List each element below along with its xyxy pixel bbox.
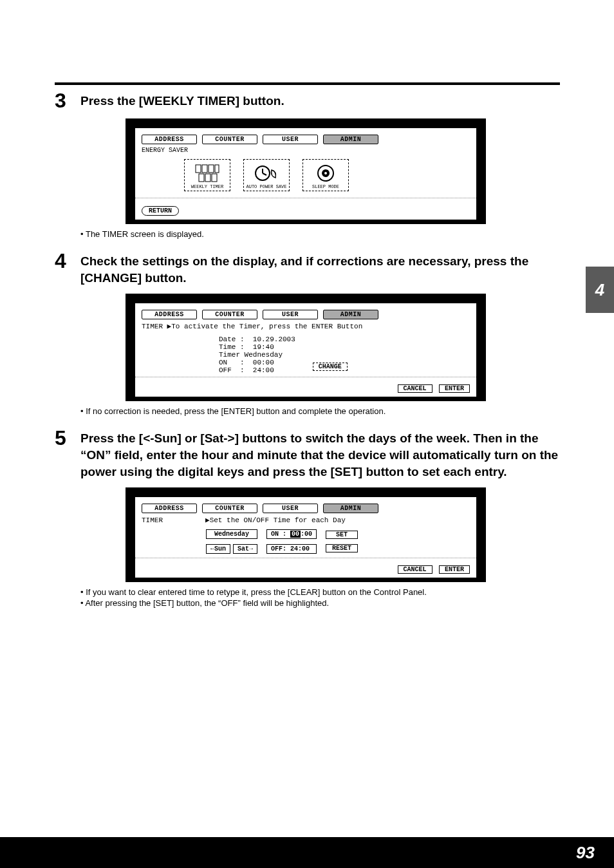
auto-power-save-button[interactable]: AUTO POWER SAVE <box>243 159 290 191</box>
tab-counter[interactable]: COUNTER <box>202 135 257 144</box>
sleep-mode-button[interactable]: SLEEP MODE <box>302 159 349 191</box>
step-title: Press the [<-Sun] or [Sat->] buttons to … <box>80 428 560 480</box>
timer-day: Timer Wednesday <box>219 351 470 359</box>
separator <box>135 198 476 198</box>
svg-rect-6 <box>212 174 217 182</box>
svg-rect-2 <box>209 165 214 173</box>
icon-label: AUTO POWER SAVE <box>246 184 286 189</box>
step-3: 3 Press the [WEEKLY TIMER] button. ADDRE… <box>55 90 560 239</box>
lcd-breadcrumb: TIMER ▶To activate the Timer, press the … <box>142 322 470 330</box>
tab-counter[interactable]: COUNTER <box>202 504 257 513</box>
step-note: If you want to clear entered time to ret… <box>80 587 560 597</box>
step-number: 5 <box>55 428 80 448</box>
svg-rect-0 <box>196 165 201 173</box>
svg-point-12 <box>324 172 327 175</box>
svg-rect-4 <box>199 174 204 182</box>
cancel-button[interactable]: CANCEL <box>398 565 433 574</box>
tab-user[interactable]: USER <box>263 310 318 319</box>
return-button[interactable]: RETURN <box>142 206 179 216</box>
day-display: Wednesday <box>206 529 257 539</box>
horizontal-rule <box>55 82 560 85</box>
separator <box>135 558 476 558</box>
lcd-tab-bar: ADDRESS COUNTER USER ADMIN <box>142 135 470 144</box>
on-rest: :00 <box>301 531 312 538</box>
chapter-tab: 4 <box>586 267 614 313</box>
header-blank-area <box>0 0 614 70</box>
change-button[interactable]: CHANGE <box>313 363 348 371</box>
step-note: After pressing the [SET] button, the “OF… <box>80 598 560 608</box>
separator <box>135 377 476 377</box>
lcd-screenshot-timer-set: ADDRESS COUNTER USER ADMIN TIMER ▶Set th… <box>126 487 486 582</box>
enter-button[interactable]: ENTER <box>439 384 470 393</box>
step-number: 3 <box>55 90 80 111</box>
weekly-timer-button[interactable]: WEEKLY TIMER <box>184 159 230 191</box>
set-button[interactable]: SET <box>326 531 358 539</box>
step-4: 4 Check the settings on the display, and… <box>55 250 560 416</box>
calendar-digits-icon <box>186 162 228 184</box>
on-hour-highlighted: 00 <box>290 531 301 538</box>
lcd-tab-bar: ADDRESS COUNTER USER ADMIN <box>142 504 470 513</box>
sleep-clock-icon <box>304 162 347 184</box>
on-time: ON : 00:00 <box>219 359 274 366</box>
lcd-breadcrumb: TIMER ▶Set the ON/OFF Time for each Day <box>142 516 470 524</box>
tab-address[interactable]: ADDRESS <box>142 504 197 513</box>
off-time-field[interactable]: OFF: 24:00 <box>266 544 317 554</box>
on-time-field[interactable]: ON : 00:00 <box>266 529 317 539</box>
tab-user[interactable]: USER <box>263 504 318 513</box>
clock-leaf-icon <box>245 162 288 184</box>
page-number: 93 <box>576 843 595 863</box>
step-note: If no correction is needed, press the [E… <box>80 406 560 416</box>
step-number: 4 <box>55 250 80 271</box>
prev-day-sun-button[interactable]: ←Sun <box>206 544 230 554</box>
on-label: ON : <box>271 531 286 538</box>
svg-rect-5 <box>205 174 210 182</box>
step-title: Press the [WEEKLY TIMER] button. <box>80 90 284 109</box>
step-title: Check the settings on the display, and i… <box>80 250 560 286</box>
off-time: OFF : 24:00 <box>219 366 274 374</box>
enter-button[interactable]: ENTER <box>439 565 470 574</box>
svg-line-9 <box>263 173 266 175</box>
tab-admin[interactable]: ADMIN <box>323 504 378 513</box>
lcd-tab-bar: ADDRESS COUNTER USER ADMIN <box>142 310 470 319</box>
icon-label: SLEEP MODE <box>312 184 339 189</box>
icon-label: WEEKLY TIMER <box>191 184 223 189</box>
reset-button[interactable]: RESET <box>326 544 358 552</box>
step-5: 5 Press the [<-Sun] or [Sat->] buttons t… <box>55 428 560 608</box>
next-day-sat-button[interactable]: Sat→ <box>233 544 257 554</box>
date-value: Date : 10.29.2003 <box>219 335 470 343</box>
cancel-button[interactable]: CANCEL <box>398 384 433 393</box>
lcd-breadcrumb: ENERGY SAVER <box>142 147 470 154</box>
tab-counter[interactable]: COUNTER <box>202 310 257 319</box>
time-value: Time : 19:40 <box>219 343 470 351</box>
tab-user[interactable]: USER <box>263 135 318 144</box>
tab-admin[interactable]: ADMIN <box>323 310 378 319</box>
lcd-screenshot-energy-saver: ADDRESS COUNTER USER ADMIN ENERGY SAVER … <box>126 118 486 224</box>
step-note: The TIMER screen is displayed. <box>80 229 560 239</box>
page-footer: 93 <box>0 837 614 868</box>
lcd-screenshot-timer-confirm: ADDRESS COUNTER USER ADMIN TIMER ▶To act… <box>126 294 486 401</box>
tab-admin[interactable]: ADMIN <box>323 135 378 144</box>
tab-address[interactable]: ADDRESS <box>142 310 197 319</box>
tab-address[interactable]: ADDRESS <box>142 135 197 144</box>
svg-rect-3 <box>215 165 219 173</box>
svg-rect-1 <box>202 165 207 173</box>
